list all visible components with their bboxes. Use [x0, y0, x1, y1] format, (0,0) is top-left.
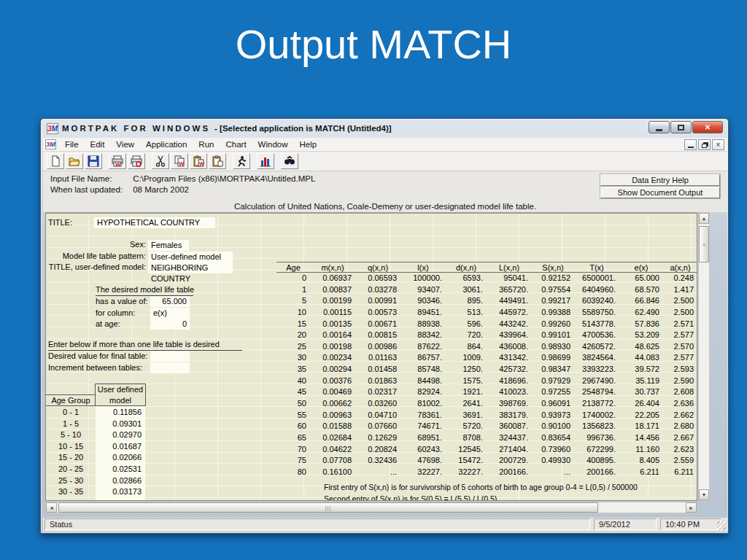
cut-icon — [155, 155, 166, 167]
column-label: for column: — [96, 308, 135, 319]
title-input[interactable]: HYPOTHETICAL COUNTRY — [94, 217, 215, 228]
run-button[interactable] — [233, 153, 250, 169]
age-group-cell: 5 - 10 — [46, 429, 96, 441]
life-table-header: Agem(x,n)q(x,n)l(x)d(x,n)L(x,n)S(x,n)T(x… — [276, 262, 697, 273]
menu-item[interactable]: File — [59, 139, 85, 150]
age-group-row[interactable]: 10 - 15 0.01687 — [46, 441, 146, 453]
life-table-row: 00.069370.06593100000.6593. 95041.0.9215… — [276, 273, 697, 284]
pattern-label: Model life table pattern: — [46, 252, 146, 260]
data-entry-help-button[interactable]: Data Entry Help — [600, 174, 720, 186]
life-table-header-cell: L(x,n) — [487, 262, 532, 272]
calculation-caption: Calculation of United Nations, Coale-Dem… — [43, 202, 727, 211]
menu-item[interactable]: Run — [193, 139, 220, 150]
print-button[interactable]: W — [109, 153, 126, 169]
life-table-row: 100.001150.0057389451.513. 445972.0.9938… — [276, 307, 697, 319]
pattern-input[interactable]: User-defined model — [148, 252, 233, 262]
new-document-button[interactable] — [47, 153, 64, 169]
paste-button[interactable]: W — [190, 153, 207, 169]
scroll-up-arrow[interactable]: ▲ — [699, 213, 709, 224]
scroll-down-arrow[interactable]: ▼ — [699, 489, 709, 500]
menu-item[interactable]: View — [110, 139, 140, 150]
final-value-label: Desired value for final table: — [48, 351, 147, 362]
maximize-button[interactable] — [670, 121, 692, 133]
age-group-row[interactable]: 15 - 20 0.02066 — [46, 452, 146, 464]
age-group-cell: 35 - 40 — [46, 498, 96, 501]
chart-button[interactable] — [257, 153, 274, 169]
age-group-cell: 15 - 20 — [46, 452, 96, 464]
find-icon — [284, 155, 295, 167]
age-group-row[interactable]: 1 - 5 0.09301 — [46, 419, 146, 430]
horizontal-scrollbar[interactable]: ◄ ||| ► — [45, 502, 697, 513]
cut-button[interactable] — [152, 153, 169, 169]
input-file-value: C:\Program Files (x86)\MORTPAK4\Untitled… — [133, 174, 315, 183]
age-group-row[interactable]: 25 - 30 0.02866 — [46, 475, 146, 487]
print-preview-button[interactable] — [128, 153, 145, 169]
life-table-row: 350.002940.0145885748.1250. 425732.0.983… — [276, 364, 697, 376]
horizontal-scroll-thumb[interactable]: ||| — [58, 502, 598, 513]
window-titlebar[interactable]: 3M MORTPAK FOR WINDOWS- [Selected applic… — [41, 119, 728, 138]
column-input[interactable]: e(x) — [150, 308, 190, 319]
open-file-button[interactable] — [66, 153, 83, 169]
life-table-row: 450.004690.0231782924.1921. 410023.0.972… — [276, 386, 697, 398]
find-button[interactable] — [281, 153, 298, 169]
life-table-row: 300.002340.0116386757.1009. 431342.0.986… — [276, 352, 697, 364]
paste-icon: W — [193, 155, 204, 167]
life-table-row: 50.001990.0099190346.895. 449491.0.99217… — [276, 295, 697, 307]
life-table-header-cell: T(x) — [574, 262, 619, 272]
age-input[interactable]: 0 — [150, 319, 190, 330]
vertical-scrollbar[interactable]: ▲ ≡ ▼ — [698, 212, 710, 501]
minimize-button[interactable] — [649, 121, 670, 133]
close-button[interactable]: ✕ — [692, 121, 723, 133]
user-model-input[interactable]: NEIGHBORING COUNTRY — [148, 262, 233, 273]
close-icon: ✕ — [705, 123, 711, 131]
updated-label: When last updated: — [50, 185, 131, 194]
status-bar: Status 9/5/2012 10:40 PM — [43, 518, 727, 532]
save-button[interactable] — [85, 153, 102, 169]
menu-bar: 3M FileEditViewApplicationRunChartWindow… — [43, 138, 727, 152]
mdi-close-button[interactable]: × — [712, 139, 724, 150]
age-group-cell: 0 - 1 — [46, 407, 96, 419]
maximize-icon — [678, 125, 684, 131]
age-group-row[interactable]: 35 - 40 0.03560 — [46, 498, 146, 501]
age-group-row[interactable]: 0 - 1 0.11856 — [46, 407, 146, 419]
paste-special-button[interactable] — [209, 153, 226, 169]
menu-item[interactable]: Help — [293, 139, 322, 150]
age-group-row[interactable]: 5 - 10 0.02970 — [46, 429, 146, 441]
menu-item[interactable]: Chart — [220, 139, 252, 150]
scroll-left-arrow[interactable]: ◄ — [46, 502, 57, 513]
mdi-minimize-button[interactable] — [684, 139, 697, 150]
age-group-cell: 30 - 35 — [46, 486, 96, 498]
menu-item[interactable]: Edit — [85, 139, 111, 150]
scroll-right-arrow[interactable]: ► — [686, 502, 697, 513]
menu-item[interactable]: Window — [252, 139, 294, 150]
mdi-close-icon: × — [716, 141, 721, 149]
age-group-row[interactable]: 20 - 25 0.02531 — [46, 464, 146, 475]
vertical-scroll-thumb[interactable]: ≡ — [699, 226, 709, 262]
file-info-panel: Input File Name: C:\Program Files (x86)\… — [43, 171, 727, 212]
show-document-output-button[interactable]: Show Document Output — [600, 187, 720, 198]
menu-item[interactable]: Application — [140, 139, 193, 150]
footnote-second-entry: Second entry of S(x,n) is for S(0,5) = L… — [324, 494, 497, 501]
value-label: has a value of: — [96, 296, 148, 307]
model-value-cell: 0.11856 — [96, 407, 146, 419]
life-table-row: 550.009630.0471078361.3691. 383179.0.939… — [276, 410, 697, 421]
model-value-cell: 0.02866 — [96, 475, 146, 487]
value-input[interactable]: 65.000 — [150, 296, 190, 307]
status-message: Status — [44, 518, 590, 530]
age-group-row[interactable]: 30 - 35 0.03173 — [46, 486, 146, 498]
model-value-cell: 0.02066 — [96, 452, 146, 464]
model-value-cell: 0.02531 — [96, 464, 146, 475]
mortpak-window: 3M MORTPAK FOR WINDOWS- [Selected applic… — [40, 118, 729, 534]
run-icon — [236, 155, 247, 167]
life-table-row: 150.001350.0067188938.596. 443242.0.9926… — [276, 319, 697, 330]
resize-grip[interactable] — [717, 521, 726, 530]
copy-button[interactable]: W — [171, 153, 188, 169]
user-defined-model-header: User defined model — [95, 384, 146, 406]
svg-text:W: W — [115, 161, 121, 167]
mdi-restore-button[interactable] — [698, 139, 711, 150]
final-value-input[interactable] — [150, 351, 190, 362]
increment-input[interactable] — [150, 362, 190, 373]
sex-input[interactable]: Females — [148, 240, 189, 251]
user-model-label: TITLE, user-defined model: — [46, 262, 146, 271]
life-table-row: 250.001980.0098687622.864. 436008.0.9893… — [276, 341, 697, 353]
